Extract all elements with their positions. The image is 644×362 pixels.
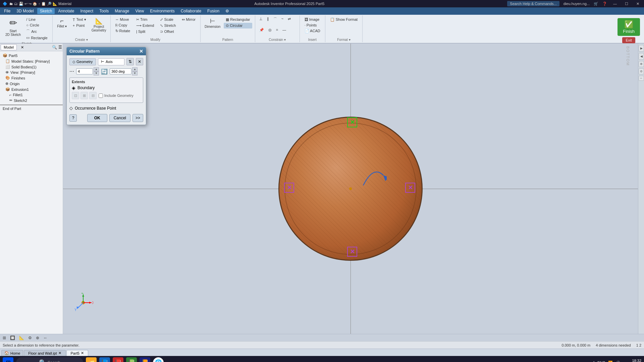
count-stepper[interactable]: ▲ ▼ (94, 67, 99, 75)
model-tab[interactable]: Model (1, 44, 17, 50)
circle-btn[interactable]: ○ Circle (24, 22, 50, 28)
menu-settings[interactable]: ⚙ (223, 8, 232, 14)
right-panel-btn2[interactable]: ◀ (639, 53, 644, 60)
count-down-arrow[interactable]: ▼ (94, 71, 99, 75)
menu-3dmodel[interactable]: 3D Model (14, 8, 36, 14)
search-taskbar-btn[interactable]: 🔍 Search (16, 357, 83, 362)
tree-item-extrusion1[interactable]: 📦 Extrusion1 (0, 86, 63, 92)
placement-btn-2[interactable]: ⊞ (80, 92, 88, 99)
taskbar-app4[interactable]: 📙 (140, 357, 150, 362)
tang-btn[interactable]: ⌒ (271, 16, 279, 22)
dimension-btn[interactable]: ⊢ Dimension (203, 16, 222, 30)
collinear-btn[interactable]: — (280, 27, 288, 33)
axis-tab-btn[interactable]: ⊢ Axis (98, 58, 124, 65)
angle-up-arrow[interactable]: ▲ (132, 67, 138, 71)
angle-down-arrow[interactable]: ▼ (132, 71, 138, 75)
search-help[interactable]: Search Help & Commands... (507, 1, 559, 6)
tree-item-model-states[interactable]: 📋 Model States: [Primary] (0, 58, 63, 64)
rotate-btn[interactable]: ↻ Rotate (113, 28, 132, 34)
image-btn[interactable]: 🖼 Image (303, 17, 322, 22)
equal-btn[interactable]: = (274, 27, 280, 33)
scale-btn[interactable]: ⤢ Scale (158, 17, 178, 22)
toolbar-grid-btn[interactable]: ⊞ (1, 335, 7, 341)
show-format-btn[interactable]: 📋 Show Format (328, 17, 360, 22)
toolbar-icons[interactable]: 🖿 🗂 💾 ↩ ↪ 🏠 ↑ 📋 🔎 📐 Material (9, 2, 71, 6)
point-btn[interactable]: + Point (71, 23, 88, 28)
points-import-btn[interactable]: · Points (303, 22, 322, 28)
cart-icon[interactable]: 🛒 (594, 2, 598, 6)
menu-environments[interactable]: Environments (147, 8, 177, 14)
toolbar-settings-btn[interactable]: ⚙ (27, 335, 33, 341)
arc-btn[interactable]: ⌒ Arc (24, 28, 50, 35)
coin-btn[interactable]: ◎ (266, 27, 274, 33)
mirror-btn[interactable]: ⇔ Mirror (180, 17, 198, 22)
tree-item-finishes[interactable]: 🎨 Finishes (0, 75, 63, 81)
windows-start-btn[interactable]: ⊞ (3, 357, 13, 362)
menu-inspect[interactable]: Inspect (77, 8, 96, 14)
move-btn[interactable]: ↔ Move (113, 17, 132, 22)
offset-btn[interactable]: ⊃ Offset (158, 29, 178, 35)
angle-input[interactable] (110, 68, 131, 74)
taskbar-app3[interactable]: 📗 (126, 357, 137, 362)
tree-item-solid-bodies[interactable]: ⬜ Solid Bodies(1) (0, 64, 63, 70)
tab-home[interactable]: 🏠 Home (1, 350, 23, 356)
part5-close[interactable]: ✕ (81, 351, 84, 355)
text-btn[interactable]: T Text ▾ (71, 17, 88, 22)
toolbar-measure-btn[interactable]: 📐 (18, 335, 25, 341)
split-btn[interactable]: | Split (134, 29, 156, 34)
right-panel-btn1[interactable]: ▶ (639, 45, 644, 52)
acad-btn[interactable]: 📄 ACAD (303, 28, 322, 34)
minimize-btn[interactable]: — (611, 2, 619, 6)
tree-options-btn[interactable]: ☰ (58, 45, 62, 50)
include-geometry-input[interactable] (99, 94, 103, 98)
dialog-close-btn[interactable]: ✕ (139, 49, 143, 54)
toolbar-add-btn[interactable]: ⊕ (35, 335, 41, 341)
taskbar-chevron[interactable]: ^ (593, 361, 595, 362)
angle-stepper[interactable]: ▲ ▼ (132, 67, 138, 75)
menu-collaborate[interactable]: Collaborate (178, 8, 204, 14)
right-panel-btn3[interactable]: ⊕ (639, 61, 644, 67)
add-tab-btn[interactable]: ✕ (18, 45, 26, 50)
toolbar-resize-btn[interactable]: ↔ (42, 335, 49, 341)
placement-btn-1[interactable]: ⊡ (72, 92, 79, 99)
extend-btn[interactable]: ⟶ Extend (134, 23, 156, 28)
tree-item-fillet1[interactable]: ⌐ Fillet1 (0, 92, 63, 98)
stretch-btn[interactable]: ⤡ Stretch (158, 23, 178, 28)
flip-btn[interactable]: ⇅ (126, 58, 134, 65)
menu-tools[interactable]: Tools (97, 8, 111, 14)
right-panel-btn5[interactable]: ↕ (639, 76, 644, 81)
smooth-btn[interactable]: ~ (279, 16, 285, 21)
circular-btn[interactable]: ⊙ Circular (224, 23, 252, 28)
menu-annotate[interactable]: Annotate (55, 8, 77, 14)
file-explorer-btn[interactable]: 📁 (86, 357, 97, 362)
copy-btn[interactable]: ⎘ Copy (113, 22, 132, 28)
finish-btn[interactable]: ✅ Finish (618, 18, 640, 36)
tree-item-view[interactable]: 👁 View: [Primary] (0, 70, 63, 75)
placement-btn-3[interactable]: ⊟ (89, 92, 97, 99)
exit-btn[interactable]: Exit (622, 37, 635, 43)
menu-sketch[interactable]: Sketch (37, 8, 55, 14)
start-2d-sketch-btn[interactable]: ✏ Start2D Sketch (3, 16, 23, 38)
delete-btn[interactable]: ✕ (136, 58, 143, 65)
help-icon[interactable]: ❓ (602, 2, 607, 6)
taskbar-chrome[interactable]: 🌐 (153, 357, 164, 362)
cancel-btn[interactable]: Cancel (109, 114, 130, 122)
rectangular-btn[interactable]: ▦ Rectangular (224, 17, 252, 22)
include-geometry-checkbox[interactable]: Include Geometry (99, 94, 133, 98)
canvas-area[interactable]: BOTTOM ✕ ✕ ✕ ✕ X (63, 44, 638, 334)
dialog-titlebar[interactable]: Circular Pattern ✕ (67, 47, 146, 55)
tree-item-origin[interactable]: ⊕ Origin (0, 81, 63, 86)
search-tree-btn[interactable]: 🔍 (52, 45, 57, 50)
help-dialog-btn[interactable]: ? (69, 114, 77, 122)
sym-btn[interactable]: ⇌ (286, 16, 293, 22)
line-btn[interactable]: / Line (24, 17, 50, 22)
menu-fusion[interactable]: Fusion (205, 8, 222, 14)
rectangle-btn[interactable]: ▭ Rectangle (24, 35, 50, 41)
tree-item-part5[interactable]: 📦 Part5 (0, 53, 63, 58)
trim-btn[interactable]: ✂ Trim (134, 17, 156, 22)
taskbar-app2[interactable]: 📕 (113, 357, 123, 362)
tab-floor-wall[interactable]: Floor and Wall.ipt ✕ (24, 350, 65, 356)
ok-btn[interactable]: OK (87, 114, 107, 122)
fix-btn[interactable]: 📌 (257, 27, 266, 33)
project-geometry-btn[interactable]: 📐 ProjectGeometry (90, 16, 108, 34)
